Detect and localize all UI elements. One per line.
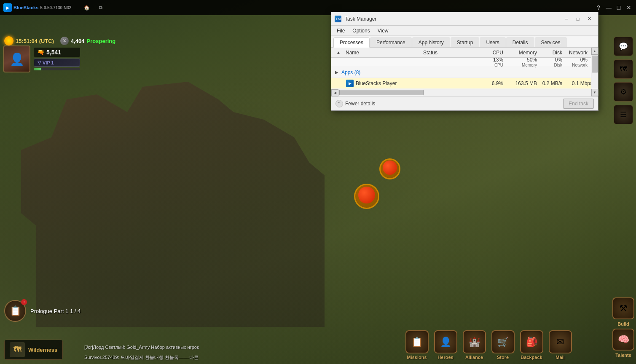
tm-restore-btn[interactable]: □	[572, 15, 583, 23]
bs-window-controls: ? — □ ✕	[595, 4, 633, 11]
tm-tab-apphistory[interactable]: App history	[412, 37, 450, 47]
tm-process-mem: 163.5 MB	[503, 80, 537, 86]
tm-fewer-details-btn[interactable]: ⌃ Fewer details	[335, 100, 375, 107]
tm-tab-services[interactable]: Services	[535, 37, 567, 47]
bs-minimize-btn[interactable]: —	[605, 4, 612, 11]
quest-item[interactable]: 📋 ! Prologue Part 1 1 / 4	[4, 300, 81, 322]
bottom-nav: 📋 Missions 👤 Heroes 🏰 Alliance 🛒 Store 🎒…	[404, 330, 573, 362]
tm-hscroll-left[interactable]: ◀	[331, 89, 338, 96]
tm-cpu-pct: 13%	[493, 57, 503, 63]
wilderness-btn[interactable]: 🗺 Wilderness	[4, 340, 63, 360]
wilderness-icon: 🗺	[10, 342, 25, 357]
tm-title-icon: TM	[335, 16, 341, 22]
tm-menu-file[interactable]: File	[333, 27, 348, 35]
tm-end-task-btn[interactable]: End task	[563, 99, 594, 109]
tm-apps-group-row[interactable]: ▶ Apps (8)	[331, 67, 598, 78]
nav-backpack[interactable]: 🎒 Backpack	[519, 330, 544, 360]
bs-tab-home[interactable]: 🏠	[80, 3, 94, 12]
nav-alliance[interactable]: 🏰 Alliance	[462, 330, 487, 360]
tm-tab-processes[interactable]: Processes	[333, 37, 370, 48]
tm-content-area: ▲ Name Status CPU Memory Disk Network 13…	[331, 48, 598, 96]
resource-display: ⚔ 4,404 Prospering	[60, 37, 115, 45]
tm-scroll-down[interactable]: ▼	[591, 89, 598, 96]
sort-arrow: ▲	[336, 50, 341, 55]
alliance-icon: 🏰	[463, 330, 486, 353]
tm-col-mem-header[interactable]: Memory	[503, 50, 537, 56]
soldier-icon: 🔫	[37, 49, 44, 56]
resource-icon: ⚔	[60, 37, 69, 45]
wilderness-inner[interactable]: 🗺 Wilderness	[4, 340, 63, 360]
tm-footer: ⌃ Fewer details End task	[331, 96, 598, 110]
build-label: Build	[617, 321, 629, 327]
sidebar-map-icon[interactable]: 🗺	[614, 59, 633, 79]
chat-line-2: Survivor.257489: 모바일결제 환불대행 환불톡——-다른	[84, 352, 295, 362]
tm-hscroll-thumb[interactable]	[339, 90, 424, 95]
soldier-count: 🔫 5,541	[34, 48, 80, 57]
tm-tab-startup[interactable]: Startup	[451, 37, 480, 47]
quest-text: Prologue Part 1 1 / 4	[30, 308, 81, 314]
tm-minimize-btn[interactable]: ─	[561, 15, 572, 23]
mail-label: Mail	[555, 355, 564, 360]
store-icon: 🛒	[491, 330, 515, 353]
chat-text-1: [Jcr]Лорд Светлый: Gold_Army Набор актив…	[84, 345, 199, 350]
bs-tabs: 🏠 ⧉	[80, 3, 107, 12]
tm-tab-performance[interactable]: Performance	[370, 37, 412, 47]
tm-tab-details[interactable]: Details	[506, 37, 534, 47]
missions-label: Missions	[407, 355, 427, 360]
build-icon[interactable]: ⚒	[612, 297, 634, 319]
bs-restore-btn[interactable]: □	[615, 4, 623, 11]
tomato-marker-2	[354, 184, 379, 209]
tm-col-cpu-header[interactable]: CPU	[474, 50, 503, 56]
bs-close-btn[interactable]: ✕	[625, 4, 633, 11]
nav-store[interactable]: 🛒 Store	[490, 330, 515, 360]
nav-heroes[interactable]: 👤 Heroes	[433, 330, 458, 360]
tm-bluestacks-row[interactable]: ▶ BlueStacks Player 6.9% 163.5 MB 0.2 MB…	[331, 78, 598, 89]
tomato-marker-1	[379, 158, 400, 179]
prosperity-status: Prospering	[87, 38, 116, 44]
tm-menu-view[interactable]: View	[374, 27, 392, 35]
tm-scroll-thumb[interactable]	[592, 56, 598, 72]
xp-fill	[34, 68, 41, 70]
player-avatar[interactable]: 👤	[3, 46, 30, 72]
tm-col-disk-header[interactable]: Disk	[537, 50, 562, 56]
tm-titlebar: TM Task Manager ─ □ ✕	[331, 12, 598, 26]
bs-tab-multi[interactable]: ⧉	[95, 3, 107, 12]
tm-cpu-label: CPU	[494, 63, 503, 67]
tm-col-name-header[interactable]: Name	[343, 50, 423, 56]
tm-scroll-up[interactable]: ▲	[591, 48, 598, 55]
game-time: 15:51:04 (UTC)	[16, 38, 54, 44]
bs-help-btn[interactable]: ?	[595, 4, 602, 11]
tm-hscroll-track[interactable]	[338, 89, 591, 96]
sun-icon	[4, 36, 13, 46]
bluestacks-logo: ▶ BlueStacks 5.0.50.7130 N32	[3, 3, 71, 12]
quest-icon[interactable]: 📋 !	[4, 300, 26, 322]
vip-arrow: ▽	[38, 60, 41, 65]
tm-col-status-header[interactable]: Status	[423, 50, 474, 56]
talents-label: Talents	[615, 353, 631, 358]
tm-cpu-stat: 13% CPU	[474, 57, 503, 67]
tm-hscrollbar[interactable]: ◀ ▶	[331, 89, 598, 96]
avatar-image: 👤	[4, 46, 30, 72]
sidebar-settings-icon[interactable]: ⚙	[614, 82, 633, 102]
tm-tabs: Processes Performance App history Startu…	[331, 36, 598, 48]
chat-line-1: [Jcr]Лорд Светлый: Gold_Army Набор актив…	[84, 342, 295, 352]
tm-group-expand[interactable]: ▶	[333, 69, 340, 76]
nav-mail[interactable]: ✉ Mail	[547, 330, 573, 360]
tm-close-btn[interactable]: ✕	[584, 15, 595, 23]
quest-symbol: 📋	[10, 305, 21, 316]
tm-process-cpu: 6.9%	[474, 80, 503, 86]
vip-badge: ▽ VIP 1	[34, 59, 80, 67]
player-info: 👤 🔫 5,541 ▽ VIP 1	[3, 46, 80, 72]
talents-icon[interactable]: 🧠	[612, 329, 634, 351]
tm-fewer-icon: ⌃	[335, 100, 343, 107]
tm-title-text: Task Manager	[345, 16, 558, 22]
tm-menu-options[interactable]: Options	[349, 27, 373, 35]
tm-scrollbar[interactable]: ▲ ▼	[591, 48, 598, 96]
tm-tab-users[interactable]: Users	[480, 37, 505, 47]
sidebar-menu-icon[interactable]: ☰	[614, 105, 633, 124]
nav-missions[interactable]: 📋 Missions	[404, 330, 429, 360]
resource-count: 4,404	[71, 38, 85, 44]
tm-mem-stat: 50% Memory	[503, 57, 537, 67]
bs-title: BlueStacks	[13, 5, 38, 10]
xp-bar	[34, 68, 80, 70]
